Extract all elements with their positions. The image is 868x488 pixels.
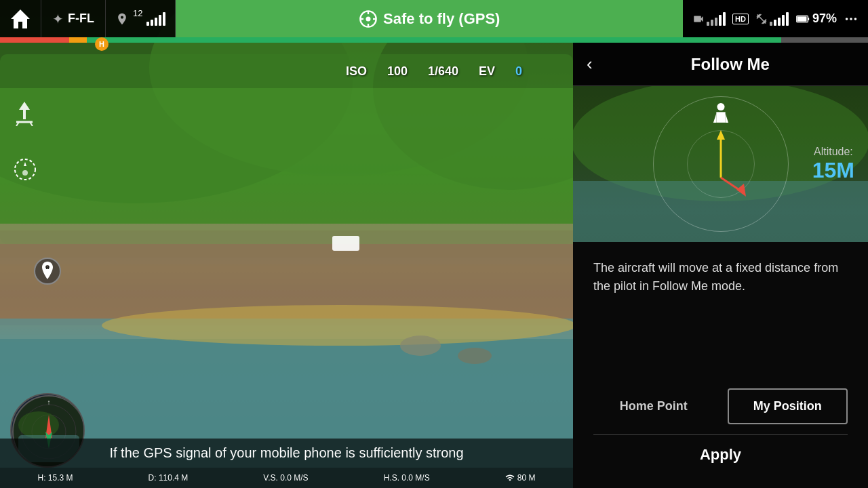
vertical-speed-value: V.S. 0.0 M/S <box>263 473 308 483</box>
home-map-marker: H <box>34 258 61 285</box>
svg-point-23 <box>102 305 573 346</box>
rc-signal-group <box>755 12 789 26</box>
battery-group: 97% <box>795 12 837 26</box>
orbit-icon[interactable] <box>14 158 37 186</box>
svg-rect-24 <box>332 236 359 251</box>
landing-icon[interactable] <box>14 102 37 131</box>
home-button-section[interactable] <box>0 0 41 37</box>
svg-marker-33 <box>24 162 26 166</box>
svg-point-39 <box>18 411 59 439</box>
video-signal-bars <box>707 12 726 26</box>
flight-mode-section: ✦ F-FL <box>41 0 106 37</box>
back-button[interactable]: ‹ <box>587 54 593 75</box>
rc-icon <box>755 13 768 25</box>
iso-label: ISO <box>346 64 367 79</box>
progress-dark <box>781 37 868 43</box>
gps-signal-bars <box>146 12 165 26</box>
svg-rect-8 <box>797 16 807 21</box>
panel-title: Follow Me <box>606 55 854 74</box>
altitude-display: Altitude: 15M <box>812 146 854 183</box>
my-position-button[interactable]: My Position <box>728 388 848 424</box>
svg-marker-0 <box>11 9 30 28</box>
person-icon <box>711 103 730 134</box>
right-status-icons: HD 97% <box>683 0 868 37</box>
svg-point-25 <box>400 336 441 356</box>
svg-rect-17 <box>0 88 573 224</box>
distance-value: D: 110.4 M <box>149 473 189 483</box>
ev-label: EV <box>479 64 495 79</box>
svg-point-47 <box>717 103 724 110</box>
hd-label: HD <box>732 14 749 24</box>
svg-rect-28 <box>23 110 26 119</box>
rc-signal-bars <box>770 12 789 26</box>
gps-section: 12 <box>106 0 176 37</box>
telemetry-bar: H: 15.3 M D: 110.4 M V.S. 0.0 M/S H.S. 0… <box>0 468 573 488</box>
panel-header: ‹ Follow Me <box>573 43 868 86</box>
wifi-icon <box>505 473 515 483</box>
shutter-value: 1/640 <box>428 64 458 79</box>
svg-text:H: H <box>45 265 49 270</box>
apply-button[interactable]: Apply <box>593 434 848 474</box>
more-options-icon[interactable] <box>844 12 859 26</box>
video-icon <box>692 13 705 25</box>
svg-marker-51 <box>736 184 746 197</box>
signal-strength-group: 80 M <box>505 473 536 483</box>
altitude-label: Altitude: <box>812 146 854 158</box>
status-bar: ✦ F-FL 12 Safe to fly (GPS) <box>0 0 868 37</box>
video-signal-group <box>692 12 726 26</box>
gps-count: 12 <box>133 8 142 18</box>
svg-point-34 <box>22 170 28 176</box>
svg-point-26 <box>458 348 492 364</box>
home-progress-marker: H <box>95 37 108 51</box>
drone-mode-icon: ✦ <box>52 11 64 27</box>
signal-strength-value: 80 M <box>517 473 536 483</box>
left-icons <box>14 102 37 186</box>
svg-point-2 <box>366 16 371 21</box>
description-text: The aircraft will move at a fixed distan… <box>573 242 868 382</box>
height-value: H: 15.3 M <box>38 473 73 483</box>
home-icon <box>9 8 31 30</box>
home-point-button[interactable]: Home Point <box>593 388 714 424</box>
gps-lock-icon <box>359 9 378 28</box>
battery-percentage: 97% <box>812 12 837 26</box>
mode-buttons: Home Point My Position <box>573 382 868 434</box>
iso-value: 100 <box>387 64 408 79</box>
horizontal-speed-value: H.S. 0.0 M/S <box>384 473 430 483</box>
svg-point-11 <box>850 18 852 20</box>
subtitle-text: If the GPS signal of your mobile phone i… <box>109 445 463 460</box>
gps-icon <box>115 12 129 26</box>
progress-yellow <box>69 37 87 43</box>
follow-me-panel: ‹ Follow Me <box>573 43 868 488</box>
altitude-value: 15M <box>812 158 854 183</box>
camera-settings: ISO 100 1/640 EV 0 <box>346 64 522 79</box>
radar-display: Altitude: 15M <box>573 86 868 242</box>
svg-marker-27 <box>19 102 30 110</box>
direction-arrows <box>687 123 755 205</box>
svg-text:↑: ↑ <box>47 399 51 406</box>
progress-red <box>0 37 69 43</box>
safe-to-fly-section: Safe to fly (GPS) <box>176 0 683 37</box>
subtitle-bar: If the GPS signal of your mobile phone i… <box>0 439 573 468</box>
svg-rect-9 <box>808 18 809 20</box>
safe-to-fly-label: Safe to fly (GPS) <box>383 10 500 28</box>
ev-value: 0 <box>515 64 522 79</box>
battery-icon <box>795 12 810 26</box>
progress-bar <box>0 37 868 43</box>
progress-green <box>87 37 781 43</box>
flight-mode-label: F-FL <box>68 12 94 26</box>
svg-point-12 <box>854 18 857 20</box>
svg-point-10 <box>846 18 848 20</box>
